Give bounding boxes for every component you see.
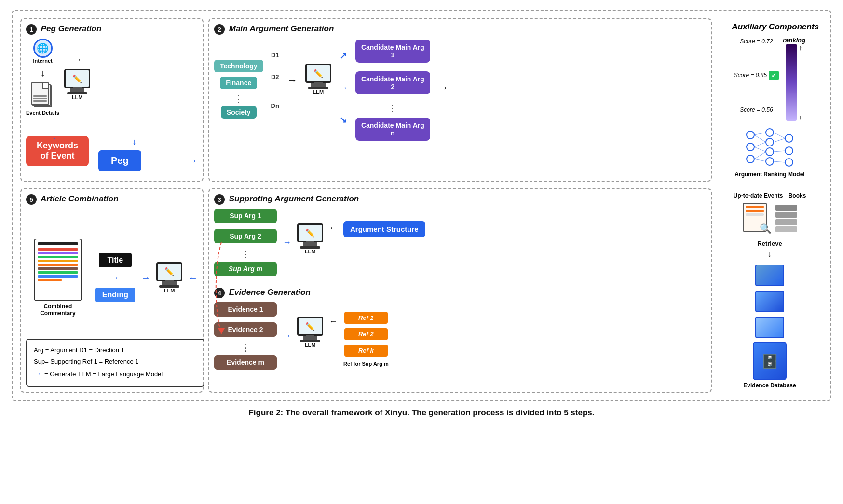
peg-left-col: 🌐 Internet ↓ bbox=[26, 39, 59, 116]
db-main-cylinder: 🗄️ bbox=[753, 342, 787, 380]
step-4-num: 4 bbox=[214, 288, 225, 298]
sup-arg-label: 3 Supproting Argument Generation bbox=[214, 194, 706, 205]
doc-line-purple bbox=[38, 252, 78, 254]
db-cylinder-2 bbox=[755, 291, 784, 312]
evidence-col: Evidence 1 Evidence 2 ⋮ Evidence m bbox=[214, 302, 277, 373]
peg-gen-label: 1 Peg Generation bbox=[26, 24, 198, 35]
directions-col: Technology Finance ⋮ Society bbox=[214, 40, 263, 136]
candidates-col: Candidate Main Arg 1 Candidate Main Arg … bbox=[355, 40, 430, 136]
book-3 bbox=[775, 219, 797, 225]
check-mark: ✓ bbox=[769, 71, 779, 80]
svg-point-2 bbox=[747, 155, 754, 163]
ranking-top-arrow: ↑ bbox=[799, 44, 802, 52]
doc-line-brown bbox=[38, 267, 78, 270]
section-article-combo: 5 Article Combination bbox=[20, 188, 204, 393]
llm-monitor-3: ✏️ bbox=[297, 223, 323, 242]
svg-point-9 bbox=[785, 159, 793, 166]
step-2-num: 2 bbox=[214, 24, 225, 35]
peg-box: Peg bbox=[98, 150, 141, 171]
svg-line-15 bbox=[754, 159, 766, 161]
events-label: Up-to-date Events bbox=[734, 192, 783, 199]
svg-line-19 bbox=[774, 161, 785, 162]
title-ending-col: Title → Ending bbox=[95, 253, 135, 302]
doc-line-orange-2 bbox=[38, 279, 62, 281]
refs-col: Ref 1 Ref 2 Ref k Ref for Sup Arg m bbox=[343, 312, 389, 367]
peg-box-container: Peg bbox=[98, 150, 141, 171]
events-books-label: Up-to-date Events Books bbox=[734, 192, 806, 199]
llm-label-1: LLM bbox=[72, 94, 83, 100]
svg-line-17 bbox=[774, 138, 785, 142]
llm-monitor-5: ✏️ bbox=[156, 262, 182, 281]
ev-doc-line-2 bbox=[746, 210, 764, 212]
svg-point-6 bbox=[766, 158, 774, 165]
dots-sup: ⋮ bbox=[241, 249, 250, 260]
combined-doc-area: Combined Commentary bbox=[26, 239, 90, 317]
svg-point-8 bbox=[785, 147, 793, 155]
d-labels: D1 D2 Dn bbox=[271, 40, 279, 117]
ev-2: Evidence 2 bbox=[214, 322, 277, 337]
scores-col: Score = 0.72 Score = 0.85 ✓ Score = 0.56 bbox=[734, 37, 779, 114]
legend-box: Arg = Argument D1 = Direction 1 Sup= Sup… bbox=[26, 339, 204, 387]
diagram-area: 1 Peg Generation 🌐 Internet ↓ bbox=[12, 10, 831, 401]
svg-point-7 bbox=[785, 134, 793, 142]
doc-line-3 bbox=[33, 100, 47, 102]
arrow-arg-struct-to-llm: ← bbox=[329, 223, 338, 233]
ev-m: Evidence m bbox=[214, 355, 277, 370]
events-books-icons: 🔍 bbox=[743, 203, 797, 234]
doc-title-line bbox=[38, 242, 78, 245]
sup-args-col: Sup Arg 1 Sup Arg 2 ⋮ Sup Arg m bbox=[214, 209, 277, 280]
keywords-box: Keywords of Event bbox=[26, 136, 89, 166]
arg-struct-box: Argument Structure bbox=[343, 221, 425, 237]
llm-label-2: LLM bbox=[313, 89, 324, 95]
dn-label: Dn bbox=[271, 102, 279, 109]
ev-gen-label: 4 Evidence Generation bbox=[214, 288, 706, 298]
legend-generate: = Generate bbox=[44, 369, 76, 380]
ranking-model-label: Argument Ranking Model bbox=[734, 171, 804, 178]
score-mid-row: Score = 0.85 ✓ bbox=[734, 71, 779, 80]
doc-line-red-1 bbox=[38, 248, 78, 251]
db-stack bbox=[754, 263, 786, 340]
doc-front bbox=[31, 82, 49, 105]
llm-icon-1: ✏️ LLM bbox=[64, 69, 90, 100]
db-cylinder-3 bbox=[755, 317, 784, 338]
arrow-to-ranking: → bbox=[438, 81, 449, 94]
doc-line-2 bbox=[33, 98, 47, 99]
llm-icon-5: ✏️ LLM bbox=[156, 262, 182, 293]
pencil-icon-4: ✏️ bbox=[305, 322, 315, 331]
doc-line-green-1 bbox=[38, 256, 78, 258]
llm-icon-2: ✏️ LLM bbox=[305, 64, 331, 95]
arrow-sup-right: → bbox=[283, 238, 291, 248]
sup-arg-1: Sup Arg 1 bbox=[214, 209, 277, 223]
pencil-icon-3: ✏️ bbox=[305, 228, 315, 238]
neural-net-area: Argument Ranking Model bbox=[721, 128, 819, 178]
arg-structure-area: Argument Structure bbox=[343, 221, 425, 237]
score-072: Score = 0.72 bbox=[740, 38, 773, 45]
pencil-icon-1: ✏️ bbox=[72, 74, 82, 83]
arrow-ref-to-llm: ← bbox=[329, 317, 338, 327]
svg-line-14 bbox=[754, 152, 766, 159]
step-5-num: 5 bbox=[26, 194, 37, 205]
book-2 bbox=[775, 212, 797, 218]
doc-line-green-2 bbox=[38, 271, 78, 274]
pencil-icon-5: ✏️ bbox=[164, 267, 174, 276]
svg-line-12 bbox=[754, 142, 766, 147]
db-icon: 🗄️ bbox=[761, 353, 778, 369]
sup-arg-m: Sup Arg m bbox=[214, 262, 277, 276]
article-combo-label: 5 Article Combination bbox=[26, 194, 198, 205]
events-icon: 🔍 bbox=[743, 203, 772, 234]
title-box: Title bbox=[99, 253, 132, 267]
legend-line-1: Arg = Argument D1 = Direction 1 bbox=[34, 345, 197, 356]
internet-globe: 🌐 Internet bbox=[33, 39, 52, 64]
section-db: Up-to-date Events Books 🔍 bbox=[717, 188, 823, 393]
legend-line-2: Sup= Supporting Ref 1 = Reference 1 bbox=[34, 356, 197, 367]
section-sup-ev: 3 Supproting Argument Generation Sup Arg… bbox=[208, 188, 712, 393]
event-details-label: Event Details bbox=[26, 110, 59, 116]
candidate-1: Candidate Main Arg 1 bbox=[355, 40, 430, 63]
book-1 bbox=[775, 205, 797, 211]
arrow-llm5-left: ← bbox=[188, 272, 198, 283]
article-combo-title: Article Combination bbox=[41, 194, 119, 203]
llm-monitor-4: ✏️ bbox=[297, 317, 323, 336]
auxiliary-title: Auxiliary Components bbox=[721, 22, 819, 32]
score-085: Score = 0.85 bbox=[734, 72, 767, 79]
article-content: Combined Commentary Title → Ending → ✏️ bbox=[26, 216, 198, 339]
